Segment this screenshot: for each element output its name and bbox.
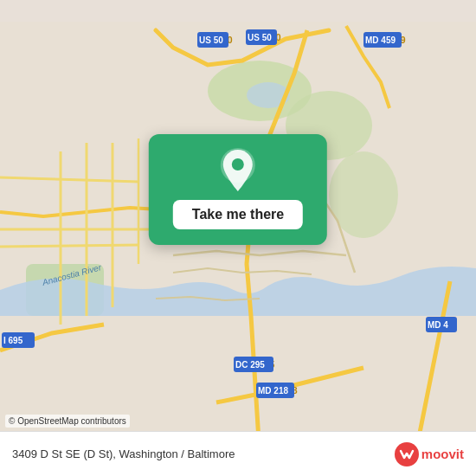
svg-text:MD 459: MD 459	[365, 35, 396, 45]
osm-attribution: © OpenStreetMap contributors	[5, 415, 130, 428]
moovit-label: moovit	[421, 447, 464, 461]
svg-text:DC 295: DC 295	[235, 360, 265, 370]
map-container: US 50 US 50 MD 459 DC 295 DC 295 MD 218 …	[0, 0, 476, 476]
take-me-there-button[interactable]: Take me there	[173, 200, 303, 229]
svg-point-39	[232, 158, 244, 170]
location-card: Take me there	[149, 134, 327, 245]
location-pin-icon	[217, 150, 259, 191]
address-text: 3409 D St SE (D St), Washington / Baltim…	[12, 447, 235, 460]
svg-text:MD 4: MD 4	[428, 320, 448, 330]
address-section: 3409 D St SE (D St), Washington / Baltim…	[12, 447, 235, 460]
attribution-text: © OpenStreetMap contributors	[9, 416, 126, 426]
svg-line-8	[0, 245, 138, 247]
moovit-icon	[395, 442, 419, 466]
moovit-logo: moovit	[395, 442, 464, 466]
svg-text:I 695: I 695	[3, 336, 23, 345]
svg-text:MD 218: MD 218	[258, 386, 288, 396]
svg-text:US 50: US 50	[248, 33, 272, 42]
svg-text:US 50: US 50	[199, 35, 223, 45]
bottom-bar: 3409 D St SE (D St), Washington / Baltim…	[0, 431, 476, 476]
